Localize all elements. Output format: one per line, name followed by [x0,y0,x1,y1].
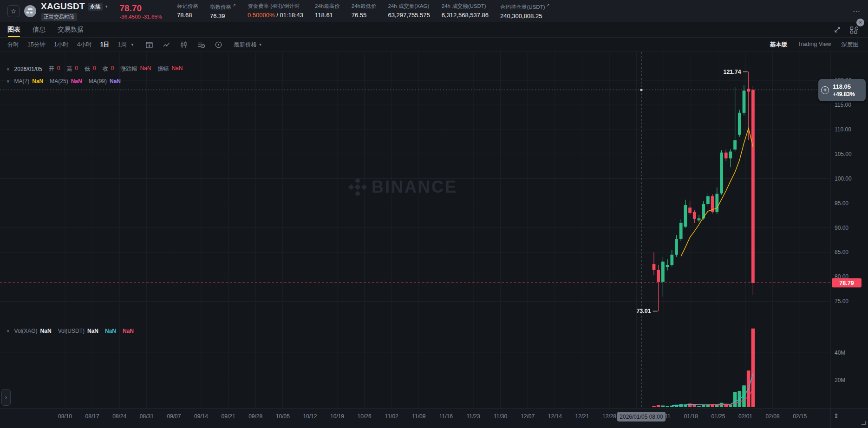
symbol-selector[interactable]: XAGUSDT 永续 ▾ 正常交易时段 [41,1,108,21]
add-alert-button[interactable]: + [821,86,829,94]
volume-bar [652,406,656,407]
symbol-name: XAGUSDT [41,1,85,12]
chart-tabs-row: 图表信息交易数据 [0,22,868,38]
stat-7[interactable]: 合约持仓量(USDT) ↗240,300,808.25 [500,3,550,19]
chart-card: × 图表信息交易数据 分时15分钟1小时4小时1日1周 ▾ [0,22,868,428]
overlay-lines: 121.7473.01 [0,52,830,408]
price-mode-selector[interactable]: 最新价格 ▾ [234,41,261,49]
interval-3[interactable]: 4小时 [77,41,92,49]
price-axis-label: 115.00 [835,102,851,108]
x-axis-label: 10/26 [358,413,372,420]
x-axis-label: 08/10 [58,413,72,420]
interval-0[interactable]: 分时 [7,41,19,49]
close-icon[interactable]: × [856,19,864,26]
tab-1[interactable]: 信息 [33,22,46,37]
view-0[interactable]: 基本版 [770,41,788,49]
tab-0[interactable]: 图表 [7,22,20,37]
interval-2[interactable]: 1小时 [54,41,69,49]
legend-pair-0: 开0 [49,65,60,73]
candle-body [706,196,710,204]
futures-top-bar: ☆ XAGUSDT 永续 ▾ 正常交易时段 78.70 -36.4500 -31… [0,0,868,22]
interval-5[interactable]: 1周 [117,41,126,49]
stat-1[interactable]: 指数价格 ↗76.39 [210,3,236,19]
candle-body [751,90,755,283]
candle-body [670,255,673,265]
x-axis-label: 12/07 [521,413,535,420]
price-axis-label: 90.00 [835,225,848,231]
candle-body [679,223,683,239]
expand-icon[interactable] [834,26,841,33]
x-axis-label: 11/16 [439,413,453,420]
layout-grid-icon[interactable] [849,26,858,34]
x-axis-label: 08/17 [85,413,99,420]
legend-pair-3: NaN [123,328,134,334]
favorite-button[interactable]: ☆ [7,5,20,17]
legend-pair-0: MA(7)NaN [14,78,44,84]
stat-2: 资金费率 (4时)/倒计时0.50000% / 01:18:43 [248,3,303,19]
collapse-chevron-icon[interactable]: ∨ [7,67,10,71]
interval-4[interactable]: 1日 [100,41,109,49]
more-options-icon[interactable]: ⋯ [853,7,861,16]
collapse-chevron-icon[interactable]: ∨ [7,79,10,84]
view-1[interactable]: Trading View [797,41,831,49]
x-axis-label: 09/07 [167,413,181,420]
x-axis-label: 08/24 [112,413,126,420]
volume-bar [666,406,669,407]
chevron-down-icon: ▾ [259,42,261,47]
chart-settings-icon[interactable] [215,41,222,49]
candlestick-chart-canvas[interactable]: BINANCE121.7473.01120.00115.00110.00105.… [0,52,868,409]
stat-0: 标记价格78.68 [177,3,198,19]
axis-scale-icon[interactable]: ⇕ [834,412,839,420]
x-axis-label: 02/15 [793,413,807,420]
tab-2[interactable]: 交易数据 [58,22,84,37]
interval-1[interactable]: 15分钟 [27,41,46,49]
collapse-chevron-icon[interactable]: ∨ [7,329,10,333]
jump-to-date-icon[interactable] [145,41,153,49]
line-chart-type-icon[interactable] [163,41,170,49]
candlestick-type-icon[interactable] [180,41,188,49]
x-axis-label: 10/19 [330,413,344,420]
candles-layer [653,72,755,311]
x-axis-label: 01/25 [711,413,725,420]
volume-bar [720,403,724,407]
x-axis-label: 09/21 [222,413,235,420]
volume-bar [679,404,683,407]
candle-body [738,113,741,135]
price-axis-label: 105.00 [835,151,852,157]
stat-3: 24h最高价118.61 [315,3,340,19]
price-axis-label: 95.00 [835,200,848,207]
x-axis-label: 01/18 [684,413,698,420]
volume-bar [657,405,660,407]
crosshair-date-badge: 2026/01/05 08:00 [617,412,666,422]
candle-body [684,205,687,227]
price-block: 78.70 -36.4500 -31.65% [120,3,162,19]
price-axis[interactable]: 120.00115.00110.00105.00100.0095.0090.00… [830,52,861,409]
chart-toolbar: 分时15分钟1小时4小时1日1周 ▾ [0,38,868,52]
view-2[interactable]: 深度图 [842,41,859,49]
resize-corner-icon [861,421,866,425]
candle-body [653,264,656,270]
date-axis[interactable]: 08/1008/1708/2408/3109/0709/1409/2109/28… [0,409,868,428]
stat-4: 24h最低价76.55 [352,3,377,19]
legend-pair-0: Vol(XAG)NaN [14,328,52,334]
candle-body [657,270,660,282]
candle-body [724,153,728,159]
price-hover-badge: + 118.05 +49.83% [818,79,866,101]
market-stats: 标记价格78.68指数价格 ↗76.39资金费率 (4时)/倒计时0.50000… [177,3,550,19]
indicators-icon[interactable] [197,41,205,49]
x-axis-label: 09/28 [248,413,262,420]
left-panel-expander-button[interactable]: › [1,389,11,406]
high-price-label: 121.74 [723,69,741,75]
interval-more-chevron-icon[interactable]: ▾ [131,42,134,47]
hover-percent: +49.83% [833,91,855,97]
candle-body [661,262,665,282]
candle-body [715,194,718,212]
hover-price: 118.05 [833,83,855,90]
legend-date: 2026/01/05 [14,66,42,72]
volume-axis-label: 20M [835,377,845,383]
last-price: 78.70 [120,3,162,13]
volume-bars-layer [652,329,755,407]
legend-pair-2: NaN [105,328,116,334]
candle-body [747,89,750,91]
price-axis-label: 110.00 [835,126,851,133]
